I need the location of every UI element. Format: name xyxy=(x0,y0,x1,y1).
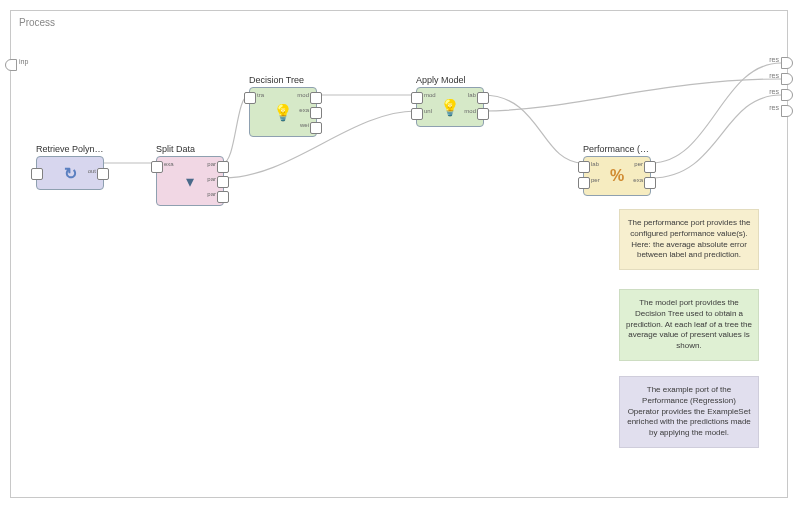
operator-split-title: Split Data xyxy=(156,144,224,154)
apply-mod-in-port[interactable]: mod xyxy=(411,92,423,104)
process-output-port-3-label: res xyxy=(769,88,779,95)
note-model[interactable]: The model port provides the Decision Tre… xyxy=(619,289,759,361)
percent-icon: % xyxy=(607,166,627,186)
process-canvas[interactable]: Process inp res res res res Retrieve Pol… xyxy=(10,10,788,498)
process-output-port-1-label: res xyxy=(769,56,779,63)
perf-per-out-port[interactable]: per xyxy=(644,161,656,173)
operator-decision-tree-title: Decision Tree xyxy=(249,75,317,85)
tree-wei-port[interactable]: wei xyxy=(310,122,322,134)
funnel-icon: ▾ xyxy=(180,171,200,191)
apply-unl-port[interactable]: unl xyxy=(411,108,423,120)
apply-lab-port[interactable]: lab xyxy=(477,92,489,104)
retrieve-icon: ↻ xyxy=(60,163,80,183)
operator-apply-model[interactable]: Apply Model 💡 mod unl lab mod xyxy=(416,75,484,127)
process-output-port-4-label: res xyxy=(769,104,779,111)
split-par1-port[interactable]: par xyxy=(217,161,229,173)
perf-exa-port[interactable]: exa xyxy=(644,177,656,189)
lightbulb-icon: 💡 xyxy=(440,97,460,117)
process-input-port[interactable] xyxy=(5,59,17,71)
operator-retrieve-title: Retrieve Polyno... xyxy=(36,144,104,154)
lightbulb-icon: 💡 xyxy=(273,102,293,122)
note-performance[interactable]: The performance port provides the config… xyxy=(619,209,759,270)
operator-split[interactable]: Split Data ▾ exa par par par xyxy=(156,144,224,206)
split-par3-port[interactable]: par xyxy=(217,191,229,203)
apply-mod-out-port[interactable]: mod xyxy=(477,108,489,120)
operator-apply-model-title: Apply Model xyxy=(416,75,484,85)
operator-performance[interactable]: Performance (Re... % lab per per exa xyxy=(583,144,651,196)
perf-lab-port[interactable]: lab xyxy=(578,161,590,173)
operator-retrieve[interactable]: Retrieve Polyno... ↻ out xyxy=(36,144,104,190)
process-input-port-label: inp xyxy=(19,58,28,65)
process-output-port-1[interactable] xyxy=(781,57,793,69)
note-example[interactable]: The example port of the Performance (Reg… xyxy=(619,376,759,448)
process-output-port-2[interactable] xyxy=(781,73,793,85)
process-output-port-3[interactable] xyxy=(781,89,793,101)
tree-exa-port[interactable]: exa xyxy=(310,107,322,119)
split-par2-port[interactable]: par xyxy=(217,176,229,188)
retrieve-in-port[interactable] xyxy=(31,168,43,180)
tree-tra-port[interactable]: tra xyxy=(244,92,256,104)
process-output-port-4[interactable] xyxy=(781,105,793,117)
retrieve-out-port[interactable]: out xyxy=(97,168,109,180)
operator-decision-tree[interactable]: Decision Tree 💡 tra mod exa wei xyxy=(249,75,317,137)
process-label: Process xyxy=(19,17,55,28)
operator-performance-title: Performance (Re... xyxy=(583,144,651,154)
perf-per-in-port[interactable]: per xyxy=(578,177,590,189)
split-exa-port[interactable]: exa xyxy=(151,161,163,173)
process-output-port-2-label: res xyxy=(769,72,779,79)
tree-mod-port[interactable]: mod xyxy=(310,92,322,104)
